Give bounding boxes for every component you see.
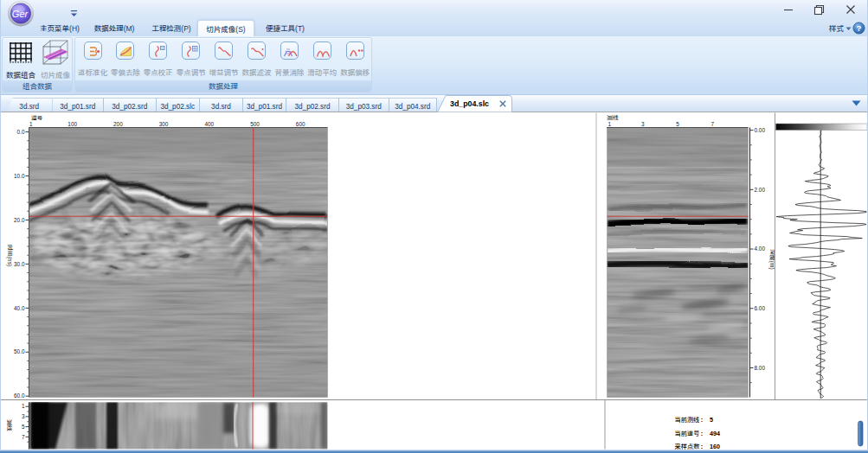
button-label: 切片成像 bbox=[35, 69, 75, 80]
tick-label: 600 bbox=[296, 120, 305, 128]
tick-label: 3 bbox=[641, 120, 645, 128]
close-icon bbox=[845, 4, 856, 15]
document-tab-3d_p04.slc-active[interactable]: 3d_p04.slc bbox=[437, 95, 512, 112]
menu-tab-3[interactable]: 工程检测(P) bbox=[150, 20, 193, 36]
document-tab-bar: 3d.srd3d_p01.srd3d_p02.srd3d_p02.slc3d.s… bbox=[0, 95, 868, 112]
tab-label: 3d_p03.srd bbox=[346, 100, 382, 111]
menu-tab-2[interactable]: 数据处理(M) bbox=[92, 20, 137, 36]
crossline-bscan-image bbox=[607, 128, 749, 398]
workspace: 道号 1 1002003004005006000.010.020.030.040… bbox=[0, 112, 868, 453]
minimize-icon bbox=[783, 4, 794, 15]
help-icon[interactable]: ? bbox=[852, 22, 865, 35]
logo-text: Ger bbox=[12, 6, 29, 20]
main-bscan-panel[interactable]: 道号 1 1002003004005006000.010.020.030.040… bbox=[6, 113, 333, 400]
tab-label: 3d_p02.srd bbox=[295, 100, 331, 111]
wiggle-trace-curve bbox=[776, 131, 866, 399]
tick-label: 1 bbox=[608, 120, 611, 128]
document-tab-3d_p01.srd[interactable]: 3d_p01.srd bbox=[243, 98, 286, 112]
menu-tab-4[interactable]: 切片成像(S) bbox=[197, 20, 254, 36]
document-tab-3d_p02.srd[interactable]: 3d_p02.srd bbox=[104, 98, 157, 112]
document-tab-3d_p02.srd[interactable]: 3d_p02.srd bbox=[286, 98, 339, 112]
tick-label: 200 bbox=[113, 120, 123, 128]
tick-label: 400 bbox=[204, 120, 214, 128]
ribbon-button-trace-normalize[interactable]: 道标准化 bbox=[76, 41, 109, 80]
ribbon-button-zero-correct[interactable]: 零点校正 bbox=[142, 41, 175, 80]
button-label: 零点校正 bbox=[140, 67, 177, 77]
data-offset-icon bbox=[346, 41, 364, 60]
button-label: 增益调节 bbox=[206, 67, 242, 77]
slice-imaging-button[interactable]: 切片成像 bbox=[38, 40, 73, 81]
button-label: 滑动平均 bbox=[304, 67, 340, 77]
tick-label: 10.0 bbox=[14, 172, 25, 180]
document-tab-3d.srd[interactable]: 3d.srd bbox=[200, 98, 243, 112]
main-x-first-tick: 1 bbox=[29, 120, 33, 128]
status-label-2: 当前道号 bbox=[675, 429, 700, 437]
grid-combine-icon bbox=[10, 41, 33, 63]
scrollbar-thumb[interactable] bbox=[858, 421, 864, 446]
button-label: 零偏去除 bbox=[107, 67, 144, 77]
time-slice-panel[interactable]: 1357 测线 bbox=[5, 402, 328, 450]
data-filter-icon bbox=[248, 41, 266, 60]
minimize-button[interactable] bbox=[775, 0, 801, 19]
tick-label: 4.00 bbox=[755, 245, 766, 252]
status-separator-1: : bbox=[701, 415, 703, 424]
restore-button[interactable] bbox=[806, 0, 832, 19]
ribbon-button-zero-adjust[interactable]: 零点调节 bbox=[175, 41, 208, 80]
ribbon-button-data-filter[interactable]: 数据滤波 bbox=[241, 41, 273, 80]
button-label: 零点调节 bbox=[173, 67, 209, 77]
ribbon-group-label: 数据处理 bbox=[75, 80, 371, 92]
ribbon-button-gain-adjust[interactable]: 增益调节 bbox=[208, 41, 241, 80]
tab-close-icon[interactable] bbox=[499, 100, 506, 107]
grayscale-colorbar bbox=[776, 124, 868, 131]
tick-label: 1 bbox=[22, 402, 25, 410]
restore-icon bbox=[813, 4, 825, 16]
tick-label: 300 bbox=[159, 120, 169, 128]
tab-label: 3d_p04.slc bbox=[450, 98, 489, 109]
quick-access-dropdown-icon[interactable] bbox=[69, 10, 80, 18]
slice-y-axis-name: 测线 bbox=[5, 419, 14, 431]
style-menu-button[interactable]: 样式 bbox=[829, 20, 844, 36]
slice-axes: 1357 bbox=[22, 402, 29, 449]
moving-average-icon bbox=[313, 41, 331, 60]
tick-label: 5 bbox=[22, 423, 25, 431]
menu-bar: 主页菜单(H)数据处理(M)工程检测(P)切片成像(S)便捷工具(T) 样式 ? bbox=[0, 20, 868, 36]
app-logo[interactable]: Ger bbox=[6, 0, 35, 28]
tick-label: 50.0 bbox=[14, 348, 25, 355]
menu-tab-5[interactable]: 便捷工具(T) bbox=[258, 20, 312, 36]
style-dropdown-icon[interactable] bbox=[845, 27, 852, 31]
tab-label: 3d_p02.srd bbox=[112, 100, 147, 111]
close-button[interactable] bbox=[838, 0, 864, 19]
window-border-bottom bbox=[0, 450, 868, 453]
button-label: 数据滤波 bbox=[239, 67, 275, 77]
button-label: 数据偏移 bbox=[337, 67, 373, 77]
menu-tab-1[interactable]: 主页菜单(H) bbox=[38, 20, 81, 36]
ribbon-button-background-remove[interactable]: 背景消除 bbox=[273, 41, 305, 80]
tick-label: 3 bbox=[22, 412, 25, 420]
crossline-bscan-panel[interactable]: 测线 13570.002.004.006.008.00 深度(m) bbox=[607, 113, 777, 398]
document-tab-3d_p04.srd[interactable]: 3d_p04.srd bbox=[389, 98, 438, 112]
tick-label: 7 bbox=[22, 433, 25, 441]
status-value-2: 494 bbox=[710, 429, 720, 437]
tick-label: 8.00 bbox=[755, 364, 766, 372]
ribbon: 数据组合 切片成像 bbox=[0, 36, 868, 95]
document-tab-3d_p02.slc[interactable]: 3d_p02.slc bbox=[157, 98, 201, 112]
ribbon-button-data-offset[interactable]: 数据偏移 bbox=[338, 41, 371, 80]
button-label: 道标准化 bbox=[74, 67, 111, 77]
tick-label: 0.00 bbox=[755, 126, 766, 134]
ribbon-button-moving-average[interactable]: 滑动平均 bbox=[305, 41, 338, 80]
document-tab-3d_p03.srd[interactable]: 3d_p03.srd bbox=[339, 98, 389, 112]
document-tab-3d.srd[interactable]: 3d.srd bbox=[7, 98, 53, 112]
trace-wiggle-panel[interactable] bbox=[775, 113, 868, 400]
data-combine-button[interactable]: 数据组合 bbox=[3, 40, 38, 81]
ribbon-group-combine-data: 数据组合 切片成像 bbox=[2, 37, 73, 93]
ribbon-button-dc-remove[interactable]: 零偏去除 bbox=[109, 41, 142, 80]
main-x-axis-name: 道号 bbox=[31, 113, 43, 122]
tick-label: 6.00 bbox=[755, 304, 766, 312]
tab-label: 3d_p01.srd bbox=[247, 100, 282, 111]
document-tab-3d_p01.srd[interactable]: 3d_p01.srd bbox=[53, 98, 105, 112]
tab-label: 3d.srd bbox=[19, 100, 39, 111]
tab-overflow-dropdown-icon[interactable] bbox=[852, 100, 861, 106]
status-value-1: 5 bbox=[710, 415, 713, 424]
gain-adjust-icon bbox=[215, 41, 233, 60]
window-border-left bbox=[0, 0, 1, 453]
